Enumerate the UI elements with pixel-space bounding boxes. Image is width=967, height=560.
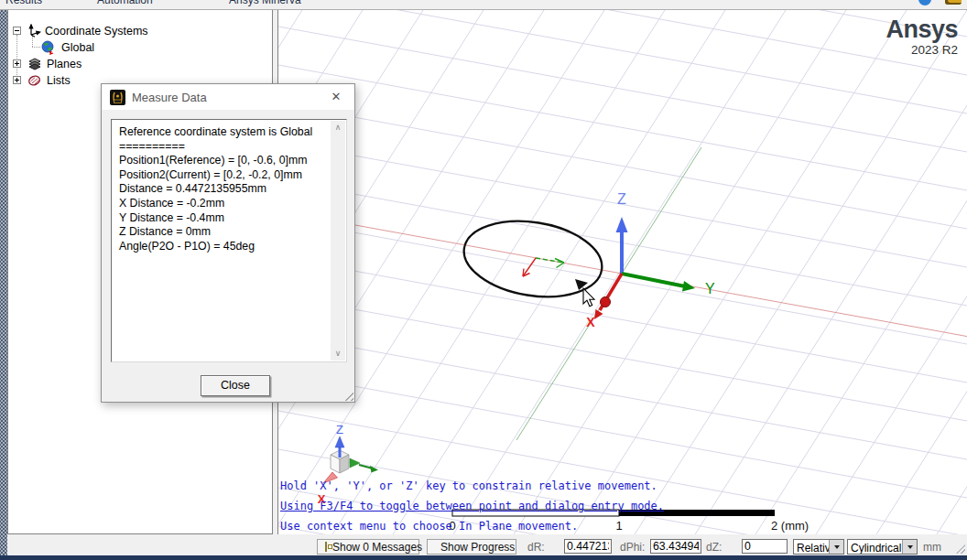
close-button[interactable]: Close xyxy=(201,375,270,396)
menu-item-ansys-minerva[interactable]: Ansys Minerva xyxy=(229,0,301,6)
dock-strip xyxy=(0,9,7,555)
dphi-label: dPhi: xyxy=(620,541,645,554)
globe-icon xyxy=(41,40,56,55)
dz-label: dZ: xyxy=(706,541,722,554)
ansys-logo: Ansys 2023 R2 xyxy=(886,17,958,57)
dphi-input[interactable] xyxy=(650,539,701,554)
coordinate-systems-icon xyxy=(27,24,41,38)
dropdown-arrow-icon xyxy=(902,540,917,554)
scroll-down-icon[interactable]: ∨ xyxy=(331,347,345,361)
hint-line-1: Hold 'X', 'Y', or 'Z' key to constrain r… xyxy=(280,479,657,492)
coordinate-system-select[interactable]: Cylindrical xyxy=(847,539,918,555)
z-axis-label: Z xyxy=(617,191,626,207)
movement-mode-select[interactable]: Relative xyxy=(793,539,844,555)
coordinate-system-value: Cylindrical xyxy=(851,542,901,555)
y-axis-label: Y xyxy=(705,281,715,296)
x-axis-arrow xyxy=(594,274,622,319)
units-label: mm xyxy=(923,541,941,554)
show-messages-button[interactable]: Show 0 Messages xyxy=(317,539,419,555)
tree-item-label: Planes xyxy=(47,58,81,70)
tree-item-label: Coordinate Systems xyxy=(45,25,148,38)
x-axis-label: X xyxy=(586,315,595,329)
y-axis-arrow xyxy=(622,274,695,292)
measure-line: Position1(Reference) = [0, -0.6, 0]mm xyxy=(119,154,323,168)
dr-label: dR: xyxy=(527,541,545,554)
ansys-logo-release: 2023 R2 xyxy=(886,44,958,57)
menu-item-automation[interactable]: Automation xyxy=(97,0,153,6)
orientation-triad xyxy=(323,436,378,483)
expander-plus-icon[interactable] xyxy=(13,59,21,68)
measure-line: Distance = 0.4472135955mm xyxy=(119,182,323,197)
origin-point xyxy=(601,297,611,307)
scrollbar[interactable]: ∧ ∨ xyxy=(331,121,345,361)
triad-z-label: Z xyxy=(336,423,343,436)
edt-app-icon xyxy=(110,90,125,105)
tree-item-label: Global xyxy=(61,41,94,54)
z-axis-arrow xyxy=(616,217,628,274)
tree-connector xyxy=(16,35,17,81)
dialog-title-bar[interactable]: Measure Data ✕ xyxy=(102,84,354,110)
ansys-edt-window: Results Automation Ansys Minerva Coordin… xyxy=(0,0,967,560)
show-messages-label: Show 0 Messages xyxy=(332,541,422,554)
menu-item-results[interactable]: Results xyxy=(5,0,42,6)
measure-output-box[interactable]: Reference coordinate system is Global ==… xyxy=(111,119,347,362)
modeler-viewport[interactable]: Z Y X xyxy=(277,9,967,534)
tree-item-label: Lists xyxy=(47,74,71,87)
lists-icon xyxy=(27,73,42,88)
expander-plus-icon[interactable] xyxy=(13,76,21,84)
ansys-logo-name: Ansys xyxy=(886,17,958,42)
measure-line: Z Distance = 0mm xyxy=(119,225,323,240)
messages-icon xyxy=(325,542,327,552)
ruler-tick-2: 2 (mm) xyxy=(771,519,809,533)
dialog-resize-grip[interactable] xyxy=(342,389,353,401)
scroll-up-icon[interactable]: ∧ xyxy=(331,121,345,135)
expander-minus-icon[interactable] xyxy=(13,27,21,35)
dz-input[interactable] xyxy=(742,539,788,554)
dialog-close-icon[interactable]: ✕ xyxy=(318,84,354,110)
dropdown-arrow-icon xyxy=(829,540,843,554)
measure-line: ========== xyxy=(119,140,323,155)
tree-connector xyxy=(32,47,40,48)
measure-line: Position2(Current) = [0.2, -0.2, 0]mm xyxy=(119,168,323,183)
menu-bar: Results Automation Ansys Minerva xyxy=(0,0,967,10)
measure-line: Reference coordinate system is Global xyxy=(119,125,323,140)
dialog-title: Measure Data xyxy=(132,91,207,104)
toolbar-gold-icon[interactable] xyxy=(945,0,962,5)
statusbar-resize-grip[interactable] xyxy=(956,544,965,554)
measure-line: Y Distance = -0.4mm xyxy=(119,211,323,226)
show-progress-button[interactable]: Show Progress xyxy=(427,539,516,555)
taskbar-strip xyxy=(0,555,967,560)
dr-input[interactable] xyxy=(564,539,612,554)
measure-data-dialog: Measure Data ✕ Reference coordinate syst… xyxy=(101,83,355,403)
hint-line-2: Using F3/F4 to toggle between point and … xyxy=(280,500,664,512)
measure-line: Angle(P2O - P1O) = 45deg xyxy=(119,240,323,254)
ruler-tick-1: 1 xyxy=(615,519,622,533)
measure-line: X Distance = -0.2mm xyxy=(119,197,323,211)
status-bar: Show 0 Messages Show Progress dR: dPhi: … xyxy=(7,538,967,555)
show-progress-label: Show Progress xyxy=(440,541,515,554)
planes-icon xyxy=(27,57,42,71)
mouse-cursor-icon xyxy=(583,288,594,307)
hint-line-3: Use context menu to choose In Plane move… xyxy=(280,520,578,533)
